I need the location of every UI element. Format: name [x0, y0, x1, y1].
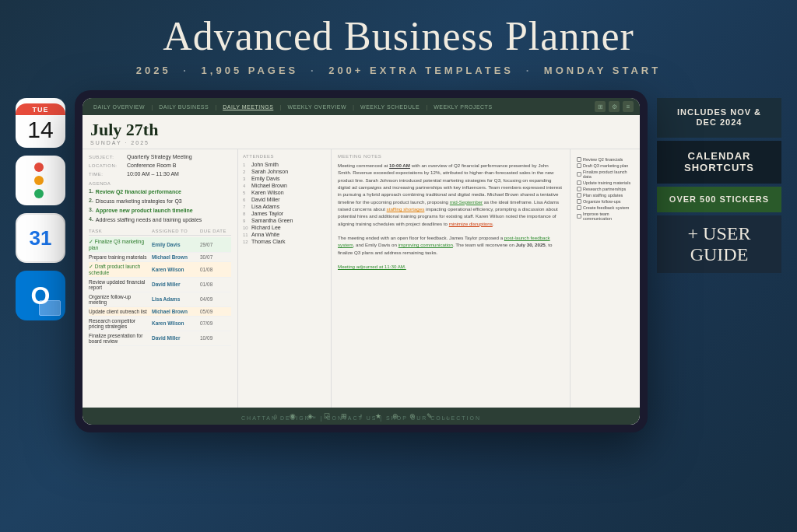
- subtitle-templates: 200+ EXTRA TEMPLATES: [328, 65, 514, 76]
- task-row-7: Research competitor pricing strategies K…: [89, 317, 231, 331]
- chk-box-9[interactable]: [577, 214, 581, 219]
- location-row: LOCATION: Conference Room B: [89, 163, 231, 168]
- highlight-mid-sep: mid-September: [450, 199, 483, 205]
- check-6: Plan staffing updates: [577, 193, 634, 198]
- orange-dot: [34, 176, 44, 185]
- attendee-2: 2Sarah Johnson: [243, 169, 326, 174]
- subject-label: SUBJECT:: [89, 154, 124, 159]
- check-8: Create feedback system: [577, 205, 634, 210]
- checklist-column: Review Q2 financials Draft Q3 marketing …: [570, 149, 640, 408]
- nav-weekly-projects[interactable]: WEEKLY PROJECTS: [429, 102, 497, 112]
- nav-settings-icon[interactable]: ⚙: [609, 101, 620, 112]
- calendar-shortcuts-text: CALENDAR SHORTCUTS: [669, 150, 769, 174]
- time-row: TIME: 10:00 AM – 11:30 AM: [89, 171, 231, 177]
- agenda-num-4: 4.: [89, 216, 93, 222]
- chk-box-3[interactable]: [577, 172, 581, 177]
- reminders-app-icon[interactable]: [16, 156, 65, 205]
- stickers-badge: OVER 500 STICKERS: [657, 187, 781, 212]
- agenda-text-1: Review Q2 financial performance: [96, 188, 181, 195]
- notes-panel: MEETING NOTES Meeting commenced at 10:00…: [332, 149, 570, 408]
- attendees-title: ATTENDEES: [243, 154, 326, 159]
- attendee-5: 5Karen Wilson: [243, 190, 326, 195]
- task-row-3: Draft product launch schedule Karen Wils…: [89, 262, 231, 278]
- agenda-text-4: Address staffing needs and training upda…: [96, 216, 202, 223]
- task-row-8: Finalize presentation for board review D…: [89, 331, 231, 346]
- chk-box-8[interactable]: [577, 205, 581, 210]
- check-7: Organize follow-ups: [577, 199, 634, 204]
- nav-daily-business[interactable]: DAILY BUSINESS: [154, 102, 213, 112]
- task-due-5: 04/09: [200, 296, 231, 302]
- task-assigned-2: Michael Brown: [152, 254, 198, 260]
- time-label: TIME:: [89, 171, 124, 177]
- check-label-2: Draft Q3 marketing plan: [583, 163, 628, 168]
- user-guide-badge: + USER GUIDE: [657, 215, 781, 273]
- task-assigned-1: Emily Davis: [152, 242, 198, 247]
- task-name-8: Finalize presentation for board review: [89, 333, 150, 344]
- task-name-4: Review updated financial report: [89, 279, 150, 290]
- task-row-1: Finalize Q3 marketing plan Emily Davis 2…: [89, 237, 231, 253]
- highlight-date: July 30, 2025: [516, 242, 546, 247]
- red-dot: [34, 163, 44, 172]
- nav-weekly-overview[interactable]: WEEKLY OVERVIEW: [283, 102, 351, 112]
- tablet-wrapper: DAILY OVERVIEW | DAILY BUSINESS | DAILY …: [75, 90, 648, 432]
- tablet-screen: DAILY OVERVIEW | DAILY BUSINESS | DAILY …: [83, 98, 640, 425]
- branding-footer: CHATTAN DESIGN™ | CONTACT US | SHOP OUR …: [241, 415, 481, 421]
- gcal-number: 31: [30, 226, 52, 250]
- nav-right-icons: ⊞ ⚙ ≡: [595, 101, 634, 112]
- task-name-7: Research competitor pricing strategies: [89, 318, 150, 329]
- location-value: Conference Room B: [127, 163, 231, 168]
- reminders-inner: [28, 156, 54, 205]
- outlook-icon[interactable]: O: [16, 271, 65, 320]
- attendee-7: 7Lisa Adams: [243, 204, 326, 209]
- calendar-app-icon[interactable]: TUE 14: [16, 98, 65, 148]
- task-col-due: DUE DATE: [200, 229, 231, 233]
- location-label: LOCATION:: [89, 163, 124, 168]
- agenda-text-3: Approve new product launch timeline: [96, 207, 193, 214]
- task-due-8: 10/09: [200, 335, 231, 341]
- chk-box-2[interactable]: [577, 163, 581, 168]
- user-guide-text: + USER GUIDE: [666, 223, 772, 265]
- left-panel: SUBJECT: Quarterly Strategy Meeting LOCA…: [83, 149, 238, 408]
- chk-box-5[interactable]: [577, 187, 581, 191]
- check-label-4: Update training materials: [583, 180, 630, 185]
- attendee-10: 10Richard Lee: [243, 225, 326, 230]
- task-assigned-3: Karen Wilson: [152, 267, 198, 272]
- subtitle-start: MONDAY START: [544, 65, 661, 76]
- nav-grid-icon[interactable]: ⊞: [595, 101, 606, 112]
- chk-box-6[interactable]: [577, 193, 581, 198]
- time-value: 10:00 AM – 11:30 AM: [127, 171, 231, 177]
- google-calendar-icon[interactable]: 31: [16, 213, 65, 263]
- agenda-item-2: 2. Discuss marketing strategies for Q3: [89, 198, 231, 205]
- check-label-7: Organize follow-ups: [583, 199, 621, 204]
- nav-menu-icon[interactable]: ≡: [623, 101, 634, 112]
- chk-box-1[interactable]: [577, 157, 581, 162]
- nav-weekly-schedule[interactable]: WEEKLY SCHEDULE: [356, 102, 424, 112]
- task-due-7: 07/09: [200, 320, 231, 326]
- nav-daily-meetings[interactable]: DAILY MEETINGS: [218, 102, 278, 112]
- calendar-shortcuts-badge: CALENDAR SHORTCUTS: [657, 141, 781, 184]
- task-due-4: 01/08: [200, 282, 231, 287]
- nav-daily-overview[interactable]: DAILY OVERVIEW: [89, 102, 149, 112]
- task-row-2: Prepare training materials Michael Brown…: [89, 253, 231, 262]
- task-row-5: Organize follow-up meeting Lisa Adams 04…: [89, 292, 231, 307]
- attendee-11: 11Anna White: [243, 232, 326, 237]
- check-2: Draft Q3 marketing plan: [577, 163, 634, 168]
- highlight-disruptions: minimize disruptions: [449, 221, 493, 226]
- task-assigned-5: Lisa Adams: [152, 296, 198, 302]
- notes-text: Meeting commenced at 10:00 AM with an ov…: [338, 162, 564, 270]
- task-assigned-4: David Miller: [152, 282, 198, 287]
- middle-panel: ATTENDEES 1John Smith 2Sarah Johnson 3Em…: [238, 149, 332, 408]
- task-name-3: Draft product launch schedule: [89, 264, 150, 275]
- task-col-assigned: ASSIGNED TO: [152, 229, 198, 233]
- tablet-nav: DAILY OVERVIEW | DAILY BUSINESS | DAILY …: [83, 98, 640, 115]
- green-dot: [34, 189, 44, 198]
- chk-box-7[interactable]: [577, 199, 581, 204]
- outlook-inner: O: [16, 271, 65, 320]
- attendee-6: 6David Miller: [243, 197, 326, 202]
- attendee-4: 4Michael Brown: [243, 183, 326, 188]
- left-icons-column: TUE 14 31: [16, 90, 65, 320]
- outlook-letter: O: [31, 282, 51, 310]
- chk-box-4[interactable]: [577, 180, 581, 185]
- check-label-1: Review Q2 financials: [583, 157, 623, 162]
- attendee-8: 8James Taylor: [243, 211, 326, 216]
